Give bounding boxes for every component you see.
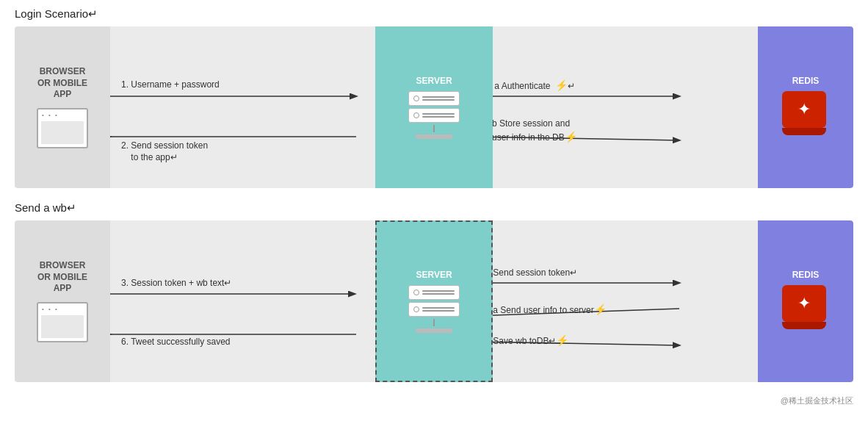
server-dot-2: [413, 112, 419, 118]
arrow4-label: 1.b Store session and user info in the D…: [485, 118, 577, 143]
arrow3-label: 1. a Authenticate ⚡↵: [485, 79, 575, 91]
arrow-area-2: [110, 220, 375, 382]
server-base-1: [416, 134, 452, 139]
arrow-area-right-2: [493, 220, 758, 382]
redis-shadow-2: [782, 322, 826, 329]
scenario-2: Send a wb↵ BROWSEROR MOBILEAPP SERVER: [15, 201, 853, 382]
browser-label-2: BROWSEROR MOBILEAPP: [37, 260, 87, 295]
server-column-1: SERVER: [375, 26, 493, 188]
s2-arrow5-label: 5. Save wb toDB↵⚡: [483, 334, 568, 346]
browser-column-2: BROWSEROR MOBILEAPP: [15, 220, 110, 382]
redis-star-2: ✦: [798, 295, 811, 312]
server-line-2b: [422, 116, 455, 118]
arrow1-label: 1. Username + password: [121, 79, 220, 90]
redis-column-1: REDIS ✦: [758, 26, 853, 188]
redis-body-2: ✦: [782, 285, 826, 322]
browser-column-1: BROWSEROR MOBILEAPP: [15, 26, 110, 188]
redis-label-1: REDIS: [792, 76, 820, 87]
server-line-3a: [422, 290, 455, 292]
server-dot-1: [413, 96, 419, 101]
server-icon-1: [408, 91, 460, 139]
redis-column-2: REDIS ✦: [758, 220, 853, 382]
scenario-2-diagram: BROWSEROR MOBILEAPP SERVER: [15, 220, 853, 382]
redis-icon-2: ✦: [782, 285, 830, 333]
scenario-1-diagram: BROWSEROR MOBILEAPP SERVER: [15, 26, 853, 188]
server-dot-3: [413, 290, 419, 295]
server-connector-1: [433, 125, 435, 132]
server-lines-1: [422, 96, 455, 101]
scenario-2-title: Send a wb↵: [15, 201, 853, 215]
scenario-1-title: Login Scenario↵: [15, 7, 853, 21]
redis-icon-1: ✦: [782, 91, 830, 139]
redis-shadow-1: [782, 128, 826, 135]
server-label-2: SERVER: [416, 270, 452, 281]
browser-label-1: BROWSEROR MOBILEAPP: [37, 66, 87, 101]
server-unit-mid-2: [408, 302, 460, 317]
server-lines-3: [422, 290, 455, 295]
s2-arrow2-label: 6. Tweet successfully saved: [121, 337, 231, 347]
server-lines-2: [422, 113, 455, 118]
server-line-3b: [422, 293, 455, 295]
arrow2-label: 2. Send session token to the app↵: [121, 140, 208, 163]
server-connector-2: [433, 319, 435, 326]
browser-screen-2: [41, 315, 84, 338]
server-line-1a: [422, 96, 455, 98]
server-unit-top-2: [408, 285, 460, 300]
server-unit-mid-1: [408, 108, 460, 123]
browser-icon-2: [37, 302, 88, 342]
server-line-1b: [422, 99, 455, 101]
arrow-area-right-1: [493, 26, 758, 188]
s2-arrow1-label: 3. Session token + wb text↵: [121, 278, 231, 288]
server-unit-top-1: [408, 91, 460, 106]
arrow-area-1: [110, 26, 375, 188]
redis-star-1: ✦: [798, 101, 811, 118]
server-dot-4: [413, 306, 419, 312]
s2-arrow3-label: 4. Send session token↵: [483, 267, 577, 278]
browser-icon-1: [37, 108, 88, 148]
server-icon-2: [408, 285, 460, 333]
server-column-2: SERVER: [375, 220, 493, 382]
scenario-1: Login Scenario↵ BROWSEROR MOBILEAPP SERV…: [15, 7, 853, 188]
server-line-4a: [422, 307, 455, 309]
watermark: @稀土掘金技术社区: [15, 395, 853, 406]
browser-screen-1: [41, 121, 84, 144]
server-lines-4: [422, 307, 455, 312]
s2-arrow4-label: 4. a Send user info to server⚡: [483, 303, 607, 315]
redis-body-1: ✦: [782, 91, 826, 128]
redis-label-2: REDIS: [792, 270, 820, 281]
server-label-1: SERVER: [416, 76, 452, 87]
server-base-2: [416, 328, 452, 333]
server-line-4b: [422, 310, 455, 312]
server-line-2a: [422, 113, 455, 115]
